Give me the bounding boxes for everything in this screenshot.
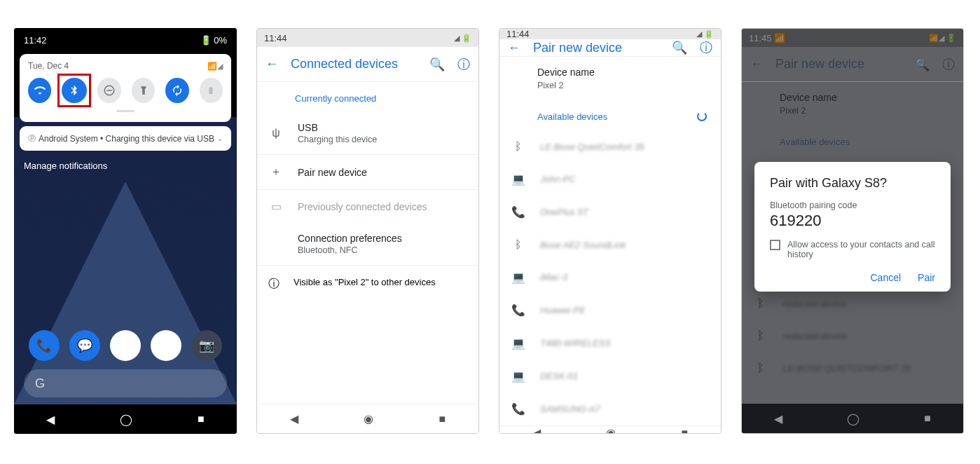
row-connection-preferences[interactable]: Connection preferences Bluetooth, NFC: [257, 223, 478, 265]
clock: 11:44: [264, 33, 287, 43]
pref-label: Connection preferences: [298, 233, 467, 244]
wifi-tile[interactable]: [28, 78, 51, 103]
manage-notifications-link[interactable]: Manage notifications: [24, 161, 227, 171]
recents-button[interactable]: ■: [439, 413, 446, 425]
nav-bar: ◀ ◉ ■: [499, 425, 721, 434]
pair-button[interactable]: Pair: [918, 272, 935, 283]
laptop-icon: 💻: [511, 172, 526, 186]
help-icon[interactable]: ⓘ: [457, 56, 470, 73]
device-name-label: Device name: [537, 67, 595, 78]
nav-bar: ◀ ◉ ■: [257, 404, 478, 433]
dialog-subtitle: Bluetooth pairing code: [770, 200, 935, 210]
recents-button[interactable]: ■: [198, 413, 205, 425]
row-usb[interactable]: ψ USB Charging this device: [257, 112, 478, 155]
rotation-tile[interactable]: [165, 78, 188, 103]
search-icon[interactable]: 🔍: [429, 57, 445, 72]
redacted-device: T480-WIRELESS: [540, 338, 611, 348]
info-icon: ⓘ: [268, 277, 279, 292]
phone-icon: 📞: [511, 303, 526, 317]
laptop-icon: 💻: [511, 271, 526, 284]
cancel-button[interactable]: Cancel: [871, 272, 902, 283]
back-arrow-icon[interactable]: ←: [508, 41, 520, 55]
device-row[interactable]: ᛒLE-Bose QuietComfort 35: [499, 130, 721, 163]
row-pair-new-device[interactable]: ＋ Pair new device: [257, 155, 478, 190]
pair-dialog: Pair with Galaxy S8? Bluetooth pairing c…: [754, 162, 951, 292]
messages-app-icon[interactable]: 💬: [69, 330, 100, 361]
back-button[interactable]: ◀: [290, 412, 298, 425]
nav-bar: ◀ ◯ ■: [14, 404, 237, 434]
device-row[interactable]: 💻iMac-3: [499, 261, 721, 294]
usb-label: USB: [298, 122, 467, 133]
phone-icon: 📞: [511, 205, 526, 219]
battery-tile[interactable]: [200, 78, 223, 103]
redacted-device: OnePlus 5T: [540, 207, 588, 217]
chevron-down-icon: ⌄: [217, 135, 223, 142]
notification-android-system[interactable]: ⓟ Android System • Charging this device …: [20, 126, 231, 151]
bluetooth-icon: ᛒ: [511, 238, 526, 251]
loading-spinner: [697, 111, 707, 121]
status-bar: 11:44 ◢ 🔋: [499, 29, 721, 39]
home-button[interactable]: ◉: [606, 426, 616, 434]
screen-1-quicksettings: 11:42 🔋 0% Tue, Dec 4 📶◢ ⓟ Android: [14, 28, 237, 434]
device-row[interactable]: 💻T480-WIRELESS: [499, 327, 721, 360]
date-label: Tue, Dec 4: [28, 61, 69, 71]
flashlight-tile[interactable]: [132, 78, 155, 103]
pair-label: Pair new device: [298, 167, 467, 178]
device-row[interactable]: 📞Huawei P8: [499, 294, 721, 327]
visible-text: Visible as "Pixel 2" to other devices: [294, 277, 436, 287]
device-row[interactable]: 💻John-PC: [499, 163, 721, 196]
redacted-device: DESK-01: [540, 371, 578, 381]
bluetooth-icon: ᛒ: [511, 140, 526, 153]
dialog-title: Pair with Galaxy S8?: [770, 176, 935, 191]
contacts-checkbox-row[interactable]: Allow access to your contacts and call h…: [770, 240, 935, 259]
recents-button[interactable]: ■: [682, 427, 689, 435]
section-available: Available devices: [499, 100, 721, 130]
google-g-icon: G: [35, 376, 45, 391]
battery-status: 🔋 0%: [200, 35, 227, 46]
google-search-pill[interactable]: G: [24, 369, 227, 397]
usb-sub: Charging this device: [298, 135, 467, 144]
back-button[interactable]: ◀: [46, 413, 55, 426]
home-button[interactable]: ◉: [364, 412, 373, 425]
bluetooth-highlight: [57, 74, 91, 107]
status-icons: ◢ 🔋: [454, 34, 471, 43]
device-row[interactable]: 💻DESK-01: [499, 360, 721, 393]
help-icon[interactable]: ⓘ: [700, 39, 712, 56]
checkbox-icon[interactable]: [770, 240, 780, 250]
clock: 11:44: [506, 29, 530, 39]
row-device-name[interactable]: Device name Pixel 2: [499, 57, 721, 100]
camera-icon[interactable]: 📷: [191, 330, 222, 361]
row-previously-connected[interactable]: ▭ Previously connected devices: [257, 190, 478, 223]
play-store-icon[interactable]: ▶: [110, 330, 141, 361]
pref-sub: Bluetooth, NFC: [298, 245, 467, 255]
row-visibility-info: ⓘ Visible as "Pixel 2" to other devices: [257, 265, 478, 303]
usb-icon: ψ: [268, 127, 284, 139]
notif-text: Android System • Charging this device vi…: [39, 134, 214, 144]
redacted-device: iMac-3: [540, 272, 567, 282]
redacted-device: Huawei P8: [540, 305, 584, 315]
drag-handle[interactable]: [116, 110, 134, 112]
screen-4-pair-dialog: 11:45 📶 📶◢ 🔋 ← Pair new device 🔍 ⓘ Devic…: [741, 28, 964, 434]
device-row[interactable]: ᛒBose AE2 SoundLink: [499, 228, 721, 261]
home-button[interactable]: ◯: [120, 413, 132, 426]
device-name-value: Pixel 2: [537, 81, 564, 90]
back-arrow-icon[interactable]: ←: [265, 57, 278, 71]
device-row[interactable]: 📞SAMSUNG-A7: [499, 393, 721, 425]
phone-icon: 📞: [511, 402, 526, 416]
search-icon[interactable]: 🔍: [672, 40, 687, 55]
chrome-icon[interactable]: ◎: [151, 330, 181, 361]
clock: 11:42: [24, 35, 47, 46]
status-icons: ◢ 🔋: [696, 29, 714, 39]
redacted-device: Bose AE2 SoundLink: [540, 240, 626, 250]
quick-settings-panel: Tue, Dec 4 📶◢: [20, 54, 231, 122]
plus-icon: ＋: [268, 165, 284, 179]
bluetooth-tile[interactable]: [62, 78, 87, 103]
device-row[interactable]: 📞OnePlus 5T: [499, 196, 721, 228]
page-title: Connected devices: [291, 57, 417, 71]
dnd-tile[interactable]: [97, 78, 120, 103]
phone-app-icon[interactable]: 📞: [29, 330, 60, 361]
signal-icons: 📶◢: [207, 62, 223, 71]
back-button[interactable]: ◀: [532, 426, 541, 434]
toolbar: ← Pair new device 🔍 ⓘ: [499, 39, 721, 57]
toolbar: ← Connected devices 🔍 ⓘ: [257, 47, 478, 82]
